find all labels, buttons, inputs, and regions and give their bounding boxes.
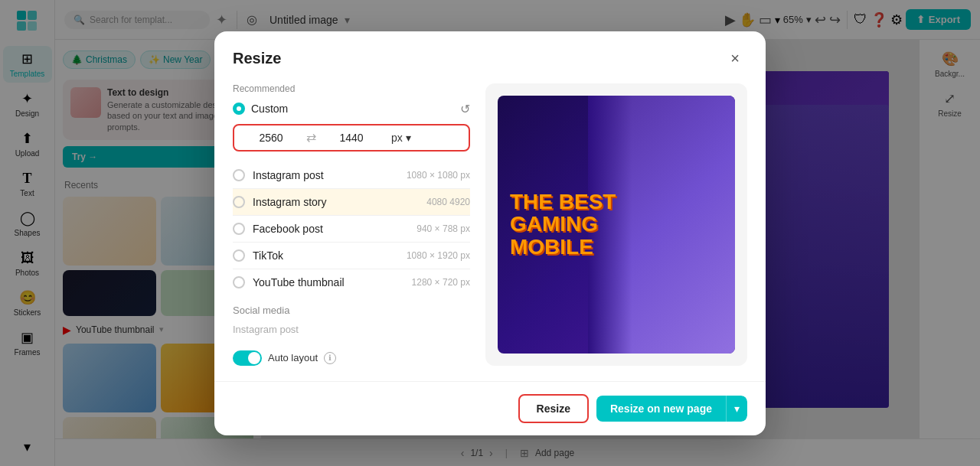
instagram-post-size: 1080 × 1080 px	[407, 170, 470, 181]
social-media-label: Social media	[233, 305, 470, 316]
facebook-post-size: 940 × 788 px	[416, 223, 470, 234]
option-tiktok[interactable]: TikTok 1080 × 1920 px	[233, 243, 470, 269]
modal-close-button[interactable]: ×	[723, 47, 747, 71]
resize-on-new-page-button[interactable]: Resize on new page	[596, 396, 726, 422]
modal-footer: Resize Resize on new page ▾	[214, 381, 766, 435]
youtube-thumbnail-label: YouTube thumbnail	[253, 276, 345, 288]
info-label: ℹ	[328, 354, 332, 362]
options-list: Instagram post 1080 × 1080 px Instagram …	[233, 162, 470, 295]
dimension-separator: ⇄	[306, 130, 316, 145]
modal-header: Resize ×	[214, 31, 766, 83]
resize-dropdown-button[interactable]: ▾	[726, 396, 747, 422]
unit-chevron: ▾	[406, 132, 411, 144]
width-input[interactable]	[240, 132, 302, 144]
instagram-post-label: Instagram post	[253, 169, 324, 181]
facebook-post-label: Facebook post	[253, 223, 323, 235]
auto-layout-row: Auto layout ℹ	[233, 350, 470, 366]
resize-button[interactable]: Resize	[518, 394, 589, 423]
resize-new-page-label: Resize on new page	[610, 402, 712, 415]
modal-body: Recommended Custom ↺ ⇄ px ▾	[214, 83, 766, 381]
recommended-label: Recommended	[233, 83, 470, 94]
youtube-thumbnail-radio[interactable]	[233, 276, 245, 288]
instagram-story-size: 4080 4920	[426, 197, 470, 207]
resize-new-page-group: Resize on new page ▾	[596, 396, 747, 422]
auto-layout-info-icon[interactable]: ℹ	[324, 352, 336, 364]
resize-btn-label: Resize	[537, 402, 570, 415]
instagram-story-radio[interactable]	[233, 196, 245, 208]
tiktok-size: 1080 × 1920 px	[407, 250, 470, 261]
social-instagram-post: Instagram post	[233, 321, 470, 338]
modal-overlay[interactable]: Resize × Recommended Custom ↺ ⇄	[0, 0, 980, 466]
custom-row: Custom ↺	[233, 102, 470, 116]
custom-label: Custom	[251, 103, 288, 115]
unit-select[interactable]: px ▾	[387, 129, 416, 147]
auto-layout-toggle[interactable]	[233, 350, 262, 366]
modal-preview: THE BESTGAMINGMOBILE	[485, 83, 747, 366]
resize-dropdown-icon: ▾	[734, 402, 740, 415]
dimension-row: ⇄ px ▾	[233, 124, 470, 152]
auto-layout-label: Auto layout	[268, 352, 318, 363]
youtube-thumbnail-size: 1280 × 720 px	[412, 277, 470, 288]
preview-canvas-image: THE BESTGAMINGMOBILE	[498, 96, 735, 354]
toggle-knob	[248, 352, 260, 364]
custom-radio[interactable]	[233, 103, 245, 115]
instagram-post-radio[interactable]	[233, 169, 245, 181]
modal-title: Resize	[233, 50, 281, 67]
resize-modal: Resize × Recommended Custom ↺ ⇄	[214, 31, 766, 435]
unit-label: px	[391, 132, 403, 144]
preview-text: THE BESTGAMINGMOBILE	[510, 191, 616, 258]
tiktok-label: TikTok	[253, 249, 283, 262]
option-youtube-thumbnail[interactable]: YouTube thumbnail 1280 × 720 px	[233, 269, 470, 295]
option-instagram-story[interactable]: Instagram story 4080 4920	[233, 189, 470, 216]
option-instagram-post[interactable]: Instagram post 1080 × 1080 px	[233, 162, 470, 189]
modal-left-column: Recommended Custom ↺ ⇄ px ▾	[233, 83, 470, 366]
reset-icon[interactable]: ↺	[460, 102, 470, 116]
tiktok-radio[interactable]	[233, 249, 245, 262]
height-input[interactable]	[321, 132, 382, 144]
instagram-story-label: Instagram story	[253, 196, 326, 208]
facebook-post-radio[interactable]	[233, 223, 245, 235]
option-facebook-post[interactable]: Facebook post 940 × 788 px	[233, 216, 470, 243]
